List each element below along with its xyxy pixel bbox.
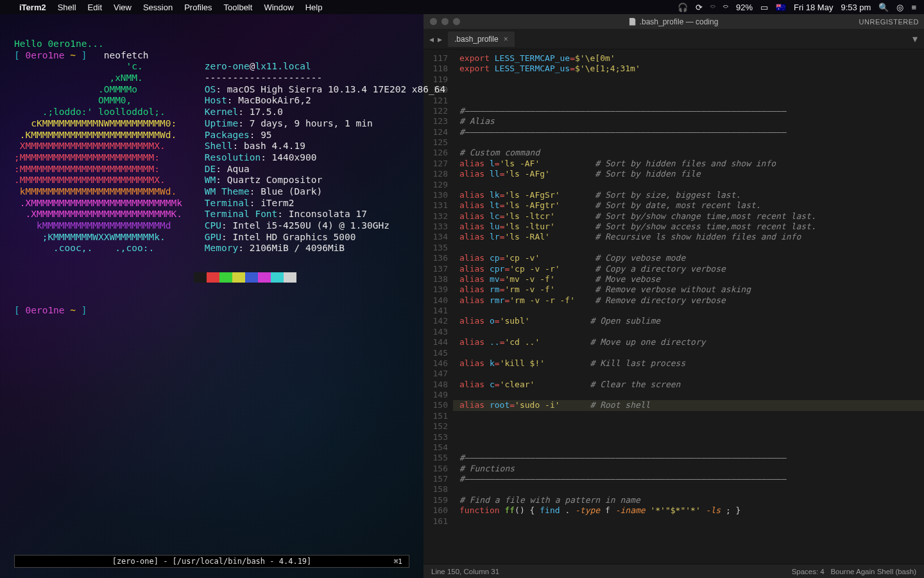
iterm-status-bar[interactable]: [zero-one] - [/usr/local/bin/bash - 4.4.… bbox=[14, 555, 409, 568]
menu-toolbelt[interactable]: Toolbelt bbox=[224, 3, 253, 12]
sublime-window: .bash_profile — coding UNREGISTERED ◂ ▸ … bbox=[424, 14, 924, 578]
menu-shell[interactable]: Shell bbox=[58, 3, 76, 12]
code-area[interactable]: export LESS_TERMCAP_ue=$'\e[0m' export L… bbox=[453, 49, 924, 564]
status-spaces[interactable]: Spaces: 4 bbox=[792, 568, 825, 575]
wifi-icon[interactable]: ⌔ bbox=[723, 3, 728, 12]
tab-close-icon[interactable]: × bbox=[504, 35, 508, 44]
iterm-window[interactable]: Hello 0ero1ne... [ 0ero1ne ~ ] neofetch … bbox=[0, 14, 424, 578]
siri-icon[interactable]: ◎ bbox=[896, 3, 903, 12]
menu-session[interactable]: Session bbox=[143, 3, 173, 12]
tab-history-back-icon[interactable]: ◂ bbox=[427, 34, 436, 44]
menu-profiles[interactable]: Profiles bbox=[184, 3, 212, 12]
file-icon bbox=[629, 18, 636, 26]
tab-label: .bash_profile bbox=[454, 35, 499, 44]
menu-help[interactable]: Help bbox=[305, 3, 323, 12]
timemachine-icon[interactable]: ⟳ bbox=[696, 3, 703, 12]
minimize-traffic-icon[interactable] bbox=[441, 18, 449, 25]
status-syntax[interactable]: Bourne Again Shell (bash) bbox=[830, 568, 916, 575]
notification-center-icon[interactable]: ≡ bbox=[911, 3, 916, 12]
bluetooth-icon[interactable]: ⌔ bbox=[710, 3, 715, 12]
tab-overflow-icon[interactable]: ▾ bbox=[912, 33, 920, 45]
battery-percent: 92% bbox=[736, 3, 753, 12]
spotlight-icon[interactable]: 🔍 bbox=[878, 3, 889, 12]
headphones-icon[interactable]: 🎧 bbox=[678, 3, 688, 12]
menu-edit[interactable]: Edit bbox=[88, 3, 102, 12]
terminal-output[interactable]: Hello 0ero1ne... [ 0ero1ne ~ ] neofetch … bbox=[0, 26, 424, 317]
menu-window[interactable]: Window bbox=[264, 3, 293, 12]
color-palette bbox=[194, 272, 411, 283]
zoom-traffic-icon[interactable] bbox=[453, 18, 460, 25]
tab-bash-profile[interactable]: .bash_profile × bbox=[448, 31, 515, 47]
menu-view[interactable]: View bbox=[114, 3, 132, 12]
sublime-titlebar[interactable]: .bash_profile — coding UNREGISTERED bbox=[424, 14, 924, 29]
battery-icon[interactable]: ▭ bbox=[760, 3, 768, 12]
status-cursor[interactable]: Line 150, Column 31 bbox=[431, 568, 499, 575]
iterm-status-text: [zero-one] - [/usr/local/bin/bash - 4.4.… bbox=[112, 557, 312, 566]
sublime-editor[interactable]: 117 118 119 120 121 122 123 124 125 126 … bbox=[424, 49, 924, 564]
macos-menubar: iTerm2 Shell Edit View Session Profiles … bbox=[0, 0, 924, 14]
line-gutter: 117 118 119 120 121 122 123 124 125 126 … bbox=[424, 49, 453, 564]
menubar-date[interactable]: Fri 18 May bbox=[794, 3, 833, 12]
menubar-time: 9:53 pm bbox=[841, 3, 871, 12]
app-name[interactable]: iTerm2 bbox=[19, 3, 46, 12]
unregistered-label: UNREGISTERED bbox=[859, 18, 919, 26]
iterm-status-shortcut: ⌘1 bbox=[394, 557, 402, 566]
tab-history-fwd-icon[interactable]: ▸ bbox=[436, 34, 444, 44]
flag-icon[interactable]: 🇦🇺 bbox=[776, 3, 786, 12]
sublime-title-text: .bash_profile — coding bbox=[640, 17, 719, 26]
sublime-tabbar: ◂ ▸ .bash_profile × ▾ bbox=[424, 29, 924, 49]
sublime-statusbar: Line 150, Column 31 Spaces: 4 Bourne Aga… bbox=[424, 564, 924, 578]
close-traffic-icon[interactable] bbox=[430, 18, 437, 25]
